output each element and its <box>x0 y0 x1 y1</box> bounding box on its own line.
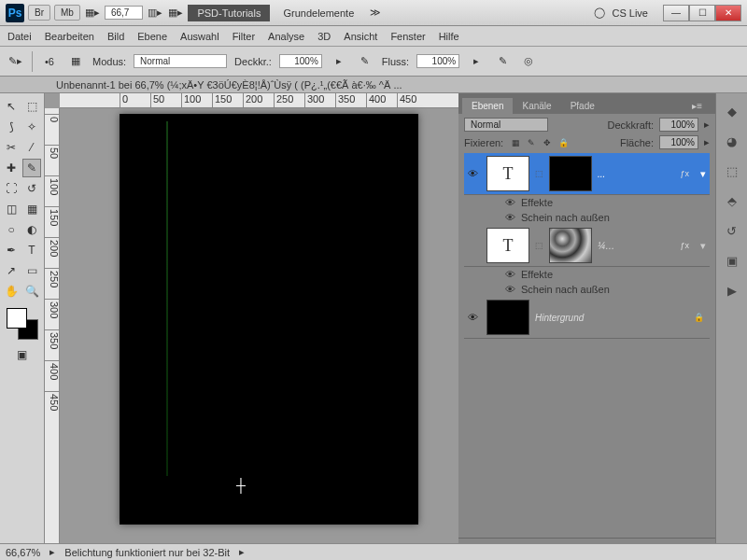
layer-name[interactable]: Hintergrund <box>535 313 584 323</box>
canvas[interactable]: ┼ <box>120 114 418 525</box>
layer-name[interactable]: ¼… <box>598 241 614 251</box>
move-tool[interactable]: ↖ <box>2 97 21 116</box>
cslive-label[interactable]: CS Live <box>612 7 648 19</box>
lock-all-icon[interactable]: 🔒 <box>557 136 570 149</box>
menu-bearbeiten[interactable]: Bearbeiten <box>45 31 94 42</box>
blur-tool[interactable]: ○ <box>2 220 21 239</box>
menu-analyse[interactable]: Analyse <box>268 31 304 42</box>
status-arrow-icon[interactable]: ▸ <box>49 546 55 558</box>
status-zoom[interactable]: 66,67% <box>6 547 40 558</box>
gradient-tool[interactable]: ▦ <box>22 200 41 218</box>
extras-icon[interactable]: ▦▸ <box>167 5 184 21</box>
layer-thumbnail[interactable]: T <box>486 228 529 263</box>
layer-name[interactable]: ... <box>598 169 605 179</box>
stamp-tool[interactable]: ⛶ <box>2 179 21 198</box>
layer-thumbnail[interactable]: T <box>486 156 529 191</box>
more-workspaces-icon[interactable]: ≫ <box>367 5 384 21</box>
quickmask-tool[interactable]: ▣ <box>13 345 32 364</box>
lock-image-icon[interactable]: ✎ <box>525 136 538 149</box>
layer-row[interactable]: 👁 Hintergrund 🔒 <box>464 297 710 339</box>
menu-3d[interactable]: 3D <box>317 31 331 42</box>
brush-tool[interactable]: ✎ <box>22 159 41 177</box>
heal-tool[interactable]: ✚ <box>2 159 21 177</box>
type-tool[interactable]: T <box>22 241 41 259</box>
fluss-input[interactable] <box>416 54 459 68</box>
visibility-icon[interactable]: 👁 <box>505 212 515 223</box>
menu-bild[interactable]: Bild <box>107 31 124 42</box>
dock-layers-icon[interactable]: ◆ <box>722 101 742 121</box>
minibridge-button[interactable]: Mb <box>54 5 80 21</box>
layer-row[interactable]: 👁 T ⬚ ... ƒx ▾ <box>464 153 710 195</box>
dock-info-icon[interactable]: ▶ <box>722 280 742 301</box>
deckkraft-input[interactable] <box>659 118 698 132</box>
modus-select[interactable]: Normal <box>134 54 227 68</box>
menu-fenster[interactable]: Fenster <box>390 31 425 42</box>
layer-row[interactable]: T ⬚ ¼… ƒx ▾ <box>464 225 710 267</box>
foreground-color[interactable] <box>7 308 27 329</box>
menu-datei[interactable]: Datei <box>7 31 32 42</box>
eraser-tool[interactable]: ◫ <box>2 200 21 218</box>
layer-mask-thumbnail[interactable] <box>549 228 592 263</box>
hand-tool[interactable]: ✋ <box>2 282 21 301</box>
menu-filter[interactable]: Filter <box>233 31 255 42</box>
link-icon[interactable]: ⬚ <box>535 169 543 178</box>
deckkr-input[interactable] <box>279 54 322 68</box>
close-button[interactable]: ✕ <box>715 5 741 21</box>
panel-menu-icon[interactable]: ▸≡ <box>683 98 712 114</box>
lock-transparency-icon[interactable]: ▦ <box>509 136 522 149</box>
collapse-icon[interactable]: ▾ <box>700 240 706 252</box>
pen-tool[interactable]: ✒ <box>2 241 21 259</box>
path-select-tool[interactable]: ↗ <box>2 261 21 280</box>
crop-tool[interactable]: ✂ <box>2 138 21 157</box>
visibility-icon[interactable]: 👁 <box>464 168 481 179</box>
lock-position-icon[interactable]: ✥ <box>541 136 554 149</box>
dock-actions-icon[interactable]: ▣ <box>722 250 742 271</box>
menu-ansicht[interactable]: Ansicht <box>344 31 377 42</box>
visibility-icon[interactable]: 👁 <box>505 197 515 208</box>
fluss-arrow-icon[interactable]: ▸ <box>467 52 486 71</box>
menu-hilfe[interactable]: Hilfe <box>439 31 459 42</box>
dock-swatches-icon[interactable]: ⬚ <box>722 161 742 181</box>
arrange-icon[interactable]: ▥▸ <box>147 5 163 21</box>
tab-ebenen[interactable]: Ebenen <box>462 98 513 114</box>
brush-preset-icon[interactable]: •6 <box>40 52 59 71</box>
tab-pfade[interactable]: Pfade <box>561 98 604 114</box>
workspace-psd-tutorials[interactable]: PSD-Tutorials <box>188 5 270 21</box>
fx-badge[interactable]: ƒx <box>680 169 689 178</box>
maximize-button[interactable]: ☐ <box>689 5 715 21</box>
blend-mode-select[interactable]: Normal <box>464 118 548 132</box>
visibility-icon[interactable]: 👁 <box>505 284 515 295</box>
bridge-button[interactable]: Br <box>28 5 50 21</box>
tablet-pressure-opacity-icon[interactable]: ✎ <box>356 52 374 71</box>
minimize-button[interactable]: — <box>663 5 689 21</box>
color-swatch[interactable] <box>7 308 38 340</box>
arrow-icon[interactable]: ▸ <box>704 119 710 131</box>
visibility-icon[interactable]: 👁 <box>505 269 515 280</box>
history-brush-tool[interactable]: ↺ <box>22 179 41 198</box>
flaeche-input[interactable] <box>659 135 698 149</box>
tool-preset-icon[interactable]: ✎▸ <box>6 52 24 71</box>
zoom-tool[interactable]: 🔍 <box>22 282 41 301</box>
fx-badge[interactable]: ƒx <box>680 241 689 250</box>
workspace-grundelemente[interactable]: Grundelemente <box>274 5 363 21</box>
shape-tool[interactable]: ▭ <box>22 261 41 280</box>
dock-color-icon[interactable]: ◕ <box>722 131 742 151</box>
wand-tool[interactable]: ✧ <box>22 118 41 136</box>
layer-mask-thumbnail[interactable] <box>549 156 592 191</box>
dock-history-icon[interactable]: ↺ <box>722 220 742 241</box>
lasso-tool[interactable]: ⟆ <box>2 118 21 136</box>
marquee-tool[interactable]: ⬚ <box>22 97 41 116</box>
tablet-pressure-size-icon[interactable]: ◎ <box>519 52 538 71</box>
link-icon[interactable]: ⬚ <box>535 241 543 250</box>
cslive-icon[interactable]: ◯ <box>591 5 608 21</box>
dock-adjustments-icon[interactable]: ⬘ <box>722 190 742 211</box>
airbrush-icon[interactable]: ✎ <box>493 52 512 71</box>
collapse-icon[interactable]: ▾ <box>700 168 706 180</box>
tab-kanaele[interactable]: Kanäle <box>513 98 560 114</box>
outer-glow-row[interactable]: 👁Schein nach außen <box>464 282 710 297</box>
effects-row[interactable]: 👁Effekte <box>464 267 710 282</box>
outer-glow-row[interactable]: 👁Schein nach außen <box>464 210 710 225</box>
brush-panel-icon[interactable]: ▦ <box>66 52 85 71</box>
deckkr-arrow-icon[interactable]: ▸ <box>330 52 348 71</box>
menu-ebene[interactable]: Ebene <box>137 31 167 42</box>
